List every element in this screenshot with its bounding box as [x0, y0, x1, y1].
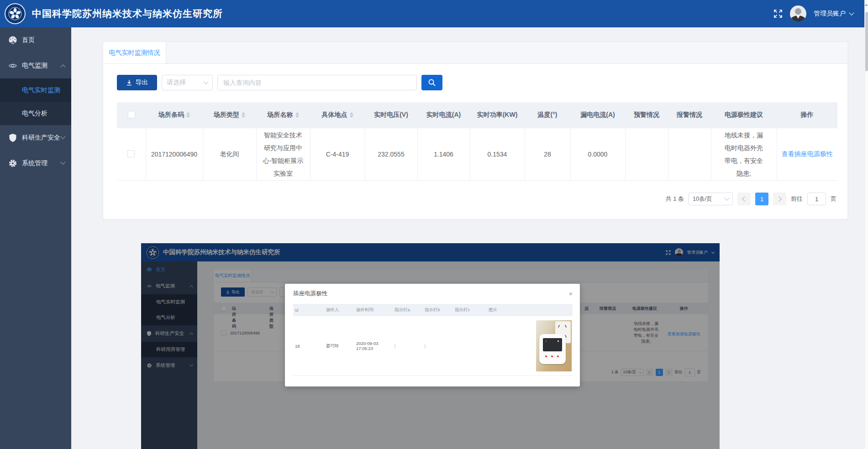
goto-label: 前往 [791, 195, 803, 203]
chevron-up-icon [60, 64, 65, 69]
tab-label: 电气实时监测情况 [109, 49, 160, 57]
power-strip-photo [536, 320, 572, 371]
cell-power: 0.1534 [470, 128, 525, 181]
sidebar-item-realtime-monitor[interactable]: 电气实时监测 [0, 78, 71, 102]
page-size-select[interactable]: 10条/页 [689, 193, 733, 205]
column-header-leakage: 漏电电流(A) [570, 102, 625, 128]
column-header-voltage: 实时电压(V) [365, 102, 417, 128]
mini-modal-table: id 操作人 操作时间 指示灯a 指示灯b 指示灯c 图片 18 娄巧玲 202… [293, 304, 573, 376]
indicator-light-a-off-icon [395, 343, 395, 349]
mini-modal-title: 插座电源极性 [293, 290, 327, 298]
column-header-place-name[interactable]: 场所名称 [256, 102, 310, 128]
prev-page-button[interactable] [737, 193, 751, 205]
app-header: 中国科学院苏州纳米技术与纳米仿生研究所 管理员账户 [0, 0, 864, 27]
toolbar: 导出 请选择 [117, 75, 836, 90]
chevron-down-icon [60, 159, 65, 164]
search-icon [428, 78, 436, 87]
page: 中国科学院苏州纳米技术与纳米仿生研究所 管理员账户 [0, 0, 868, 449]
chevron-down-icon [849, 10, 854, 15]
sidebar-item-label: 电气监测 [22, 62, 47, 70]
chevron-down-icon [724, 195, 729, 200]
institute-logo-icon [5, 3, 26, 24]
modal-cell-operator: 娄巧玲 [326, 343, 356, 349]
sort-carets-icon [186, 112, 190, 118]
page-unit-label: 页 [831, 195, 836, 203]
account-label: 管理员账户 [814, 10, 846, 18]
sort-carets-icon [350, 112, 353, 118]
goto-page-input[interactable] [807, 193, 826, 205]
chevron-down-icon [60, 134, 65, 139]
sidebar-item-research-safety[interactable]: 科研生产安全 [0, 125, 71, 151]
sort-carets-icon [295, 112, 299, 118]
modal-cell-time: 2020-09-03 17:05:23 [356, 341, 395, 351]
cell-current: 1.1406 [417, 128, 470, 181]
sidebar-item-home[interactable]: 首页 [0, 27, 71, 53]
column-header-place-type[interactable]: 场所类型 [203, 102, 256, 128]
chevron-left-icon [742, 196, 747, 201]
user-avatar[interactable] [790, 5, 806, 22]
tab-realtime-monitor-status[interactable]: 电气实时监测情况 [103, 42, 166, 63]
account-menu[interactable]: 管理员账户 [814, 10, 853, 18]
sidebar-item-electric-analysis[interactable]: 电气分析 [0, 102, 71, 125]
select-all-checkbox[interactable] [128, 111, 135, 118]
column-header-warning: 预警情况 [625, 102, 668, 128]
next-page-button[interactable] [773, 193, 786, 205]
cell-voltage: 232.0555 [365, 128, 417, 181]
sidebar-item-label: 电气分析 [22, 110, 47, 118]
modal-cell-id: 18 [293, 344, 326, 349]
mini-polarity-modal: 插座电源极性 × id 操作人 操作时间 指示灯a 指示灯b 指示灯c 图片 1… [285, 284, 580, 386]
download-icon [126, 79, 132, 86]
sidebar: 首页 电气监测 电气实时监测 电气分析 [0, 27, 71, 449]
cell-location: C-4-419 [310, 128, 365, 181]
column-header-power: 实时功率(KW) [470, 102, 525, 128]
page-number-current[interactable]: 1 [755, 193, 768, 205]
chevron-right-icon [776, 196, 781, 201]
filter-select[interactable]: 请选择 [162, 75, 213, 90]
cell-barcode: 2017120006490 [146, 128, 203, 181]
page-size-label: 10条/页 [693, 195, 712, 203]
sidebar-item-system-management[interactable]: 系统管理 [0, 151, 71, 176]
indicator-light-b-off-icon [425, 343, 426, 349]
mini-modal-row: 18 娄巧玲 2020-09-03 17:05:23 [293, 316, 573, 376]
embedded-screenshot: 中国科学院苏州纳米技术与纳米仿生研究所 管理员账户 [141, 243, 720, 449]
cell-place-name: 智能安全技术研究与应用中心-智能柜展示实验室 [256, 128, 310, 181]
cell-leakage: 0.0000 [570, 128, 625, 181]
search-button[interactable] [421, 75, 442, 90]
pagination: 共 1 条 10条/页 1 前往 页 [103, 193, 836, 205]
column-header-barcode[interactable]: 场所条码 [146, 102, 203, 128]
cell-place-type: 老化间 [203, 128, 256, 181]
monitor-table: 场所条码 场所类型 场所名称 具体地点 [117, 102, 837, 181]
row-select-cell [117, 128, 146, 181]
page-title: 中国科学院苏州纳米技术与纳米仿生研究所 [32, 7, 223, 20]
dashboard-gauge-icon [8, 36, 17, 45]
export-button-label: 导出 [136, 78, 148, 87]
column-header-temperature: 温度(°) [525, 102, 570, 128]
fullscreen-icon[interactable] [773, 9, 783, 18]
row-checkbox[interactable] [127, 150, 135, 157]
chevron-down-icon [203, 79, 208, 84]
sidebar-item-label: 系统管理 [22, 159, 47, 167]
page-scrollbar[interactable] [864, 0, 868, 449]
sidebar-item-label: 首页 [22, 36, 35, 44]
sidebar-item-electric-monitor[interactable]: 电气监测 [0, 53, 71, 78]
column-header-polarity-suggestion: 电源极性建议 [711, 102, 777, 128]
sidebar-item-label: 电气实时监测 [22, 86, 60, 94]
shield-icon [8, 133, 17, 142]
sidebar-submenu: 电气实时监测 电气分析 [0, 78, 71, 125]
view-polarity-link[interactable]: 查看插座电源极性 [782, 150, 833, 157]
cell-action: 查看插座电源极性 [777, 128, 837, 181]
sidebar-item-label: 科研生产安全 [22, 134, 60, 142]
close-icon: × [569, 291, 573, 297]
cell-alarm [668, 128, 711, 181]
monitor-card: 电气实时监测情况 导出 请选择 [103, 42, 848, 219]
pagination-total: 共 1 条 [666, 195, 684, 203]
select-all-header [117, 102, 146, 128]
tab-bar: 电气实时监测情况 [103, 42, 847, 64]
cell-temperature: 28 [525, 128, 570, 181]
scrollbar-thumb[interactable] [865, 12, 868, 71]
search-input[interactable] [217, 75, 417, 90]
column-header-location[interactable]: 具体地点 [310, 102, 365, 128]
table-row: 2017120006490 老化间 智能安全技术研究与应用中心-智能柜展示实验室… [117, 128, 837, 181]
filter-select-placeholder: 请选择 [167, 78, 186, 87]
export-button[interactable]: 导出 [117, 75, 157, 90]
